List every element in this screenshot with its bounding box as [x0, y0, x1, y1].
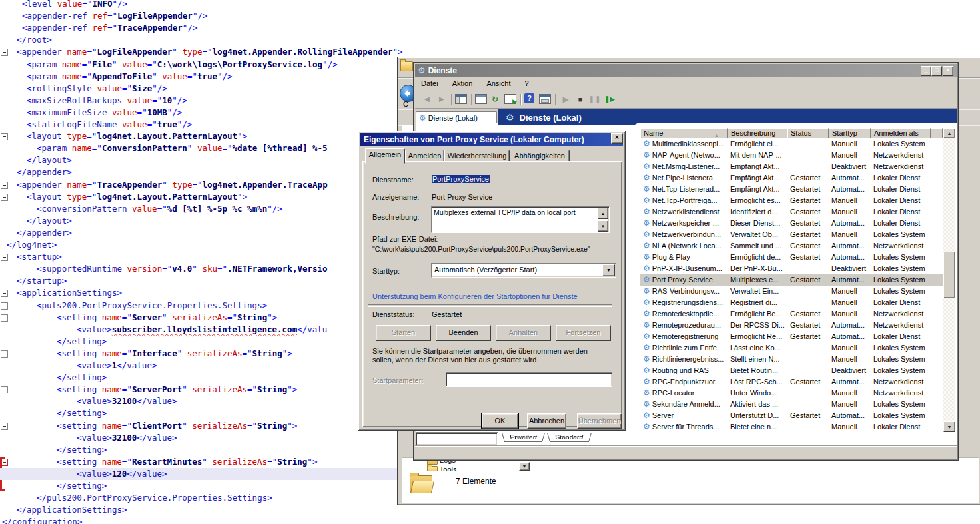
column-header-Anmelden als[interactable]: Anmelden als	[871, 128, 931, 138]
service-row[interactable]: ⚙Server für Threads...Bietet eine n...Ma…	[640, 421, 943, 432]
column-header-Starttyp[interactable]: Starttyp	[829, 128, 871, 138]
dienstname-label: Dienstname:	[372, 176, 414, 184]
services-scrollbar[interactable]: ▲ ▼	[943, 128, 955, 432]
tab-erweitert[interactable]: Erweitert	[502, 433, 545, 442]
scroll-up-icon[interactable]: ▲	[598, 208, 608, 219]
menu-aktion[interactable]: Aktion	[446, 77, 479, 87]
service-row[interactable]: ⚙ServerUnterstützt D...GestartetAutomat.…	[640, 410, 943, 421]
service-status: Gestartet	[787, 331, 829, 342]
service-row[interactable]: ⚙NetzwerklistendienstIdentifiziert d...G…	[640, 206, 943, 218]
service-gear-icon: ⚙	[643, 298, 650, 307]
refresh-icon[interactable]: ↻	[488, 93, 502, 105]
startoptions-help-link[interactable]: Unterstützung beim Konfigurieren der Sta…	[372, 292, 578, 300]
start-service-icon[interactable]: ▶	[559, 93, 572, 105]
uebernehmen-button[interactable]: Übernehmen	[577, 413, 622, 429]
beschreibung-textbox[interactable]: Multiplexes external TCP/IP data on loca…	[431, 206, 610, 233]
service-description: Empfängt Akt...	[728, 161, 787, 172]
code-line: <maxSizeRollBackups value="10"/>	[0, 95, 426, 107]
column-header-Name[interactable]: Name▲	[640, 128, 728, 138]
maximize-button[interactable]: □	[931, 66, 942, 76]
scroll-down-icon[interactable]: ▼	[598, 220, 608, 232]
filler	[931, 376, 943, 388]
extended-view-icon[interactable]	[539, 94, 551, 104]
export-list-icon[interactable]: ▶	[504, 94, 516, 104]
filler	[931, 229, 943, 240]
chevron-down-icon[interactable]: ▼	[602, 264, 615, 276]
service-row[interactable]: ⚙Netzwerkspeicher-...Dieser Dienst...Ges…	[640, 218, 943, 229]
service-row[interactable]: ⚙Remoteprozedurau...Der RPCSS-Di...Gesta…	[640, 320, 943, 331]
service-row[interactable]: ⚙Net.Tcp-Portfreiga...Ermöglicht es...Ge…	[640, 195, 943, 206]
dialog-close-button[interactable]: ×	[611, 133, 623, 144]
service-row[interactable]: ⚙RAS-Verbindungsv...Verwaltet Ein...Manu…	[640, 286, 943, 297]
tab-allgemein[interactable]: Allgemein	[365, 148, 405, 164]
scroll-up-button[interactable]: ▲	[943, 128, 955, 138]
menu-ansicht[interactable]: Ansicht	[480, 77, 516, 87]
tab-dienste-lokal[interactable]: ⚙ Dienste (Lokal)	[416, 111, 497, 124]
service-row[interactable]: ⚙RemoteregistrierungErmöglicht Re...Gest…	[640, 331, 943, 342]
service-row[interactable]: ⚙Remotedesktopdie...Ermöglicht Be...Gest…	[640, 308, 943, 320]
close-button[interactable]: ×	[943, 66, 953, 76]
anhalten-button[interactable]: Anhalten	[496, 325, 551, 341]
services-list[interactable]: ⚙Multimediaklassenpl...Ermöglicht ei...M…	[640, 138, 943, 432]
menu-hilfe[interactable]: ?	[519, 77, 535, 87]
service-gear-icon: ⚙	[643, 343, 650, 352]
filler	[931, 320, 943, 331]
service-row[interactable]: ⚙Sekundäre Anmeld...Aktiviert das ...Man…	[640, 399, 943, 410]
column-header-Beschreibung[interactable]: Beschreibung	[728, 128, 787, 138]
startparameter-input[interactable]	[446, 372, 612, 387]
ok-button[interactable]: OK	[482, 413, 518, 429]
tab-standard[interactable]: Standard	[547, 433, 592, 442]
service-row[interactable]: ⚙Routing und RASBietet Routin...Deaktivi…	[640, 365, 943, 376]
service-row[interactable]: ⚙Net.Msmq-Listener...Empfängt Akt...Deak…	[640, 161, 943, 172]
service-row[interactable]: ⚙RPC-LocatorUnter Windo...ManuellNetzwer…	[640, 388, 943, 399]
code-line: <value>120</value>	[0, 468, 426, 480]
service-row[interactable]: ⚙Registrierungsdiens...Registriert di...…	[640, 297, 943, 308]
code-line: <appender-ref ref="LogFileAppender"/>	[0, 10, 426, 22]
properties-icon[interactable]	[475, 94, 487, 104]
scrollbar-thumb[interactable]	[943, 252, 955, 298]
service-logon: Lokaler Dienst	[871, 184, 931, 195]
service-status	[787, 297, 829, 308]
service-name: ⚙Netzwerklistendienst	[640, 206, 728, 218]
service-gear-icon: ⚙	[643, 309, 650, 318]
service-row[interactable]: ⚙Netzwerkverbindun...Verwaltet Ob...Gest…	[640, 229, 943, 240]
service-row[interactable]: ⚙RPC-Endpunktzuor...Löst RPC-Sch...Gesta…	[640, 376, 943, 388]
minimize-button[interactable]: _	[921, 66, 931, 76]
service-logon: Lokaler Dienst	[871, 206, 931, 218]
service-row[interactable]: ⚙Net.Tcp-Listenerad...Empfängt Akt...Ges…	[640, 184, 943, 195]
pause-service-icon[interactable]: ❚❚	[588, 93, 602, 105]
service-name: ⚙RPC-Locator	[640, 388, 728, 399]
scroll-down-button[interactable]: ▼	[943, 421, 955, 432]
service-row[interactable]: ⚙Multimediaklassenpl...Ermöglicht ei...M…	[640, 138, 943, 150]
menu-datei[interactable]: Datei	[415, 77, 444, 87]
dienstname-value[interactable]: PortProxyService	[432, 175, 490, 183]
dialog-titlebar[interactable]: Eigenschaften von Port Proxy Service (Lo…	[360, 133, 623, 146]
service-row[interactable]: ⚙NAP-Agent (Netwo...Mit dem NAP-...Manue…	[640, 150, 943, 161]
beenden-button[interactable]: Beenden	[436, 325, 491, 341]
dialog-title: Eigenschaften von Port Proxy Service (Lo…	[364, 135, 584, 144]
fortsetzen-button[interactable]: Fortsetzen	[556, 325, 611, 341]
abbrechen-button[interactable]: Abbrechen	[527, 413, 566, 429]
service-name: ⚙Plug & Play	[640, 252, 728, 263]
show-tree-icon[interactable]	[455, 94, 467, 104]
starten-button[interactable]: Starten	[376, 325, 431, 341]
service-name: ⚙Remoteprozedurau...	[640, 320, 728, 331]
help-icon[interactable]: ?	[524, 93, 534, 103]
back-icon[interactable]: ◄	[420, 93, 434, 105]
column-header-Status[interactable]: Status	[787, 128, 829, 138]
service-row[interactable]: ⚙NLA (Network Loca...Sammelt und ...Gest…	[640, 240, 943, 252]
properties-dialog[interactable]: Eigenschaften von Port Proxy Service (Lo…	[358, 131, 626, 431]
forward-icon[interactable]: ►	[435, 93, 448, 105]
service-row[interactable]: ⚙Richtlinienergebniss...Stellt einen N..…	[640, 354, 943, 365]
combo-dropdown-button[interactable]: ▼	[519, 462, 530, 471]
service-row[interactable]: ⚙Port Proxy ServiceMultiplexes e...Gesta…	[640, 274, 943, 286]
restart-service-icon[interactable]: ❚▶	[603, 93, 616, 105]
service-row[interactable]: ⚙Richtlinie zum Entfe...Lässt eine Ko...…	[640, 342, 943, 354]
stop-service-icon[interactable]: ■	[574, 93, 587, 105]
service-row[interactable]: ⚙PnP-X-IP-Busenum...Der PnP-X-Bu...Deakt…	[640, 263, 943, 274]
starttyp-combobox[interactable]: Automatisch (Verzögerter Start) ▼	[431, 263, 616, 278]
service-row[interactable]: ⚙Plug & PlayErmöglicht de...GestartetAut…	[640, 252, 943, 263]
service-row[interactable]: ⚙Net.Pipe-Listenera...Empfängt Akt...Ges…	[640, 172, 943, 184]
service-description: Der RPCSS-Di...	[728, 320, 787, 331]
services-titlebar[interactable]: ⚙Dienste _ □ ×	[415, 64, 957, 77]
